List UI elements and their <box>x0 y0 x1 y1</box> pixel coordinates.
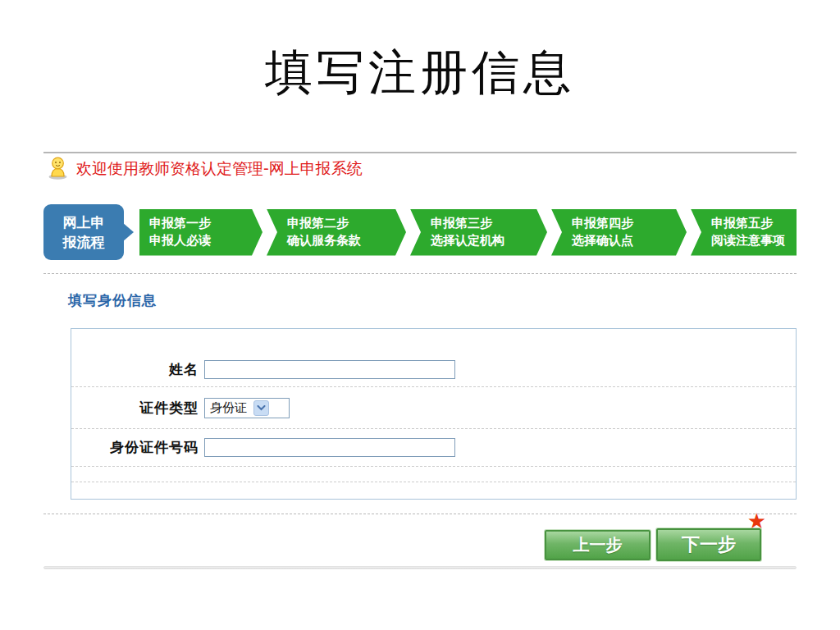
dashed-divider-bottom <box>43 514 797 514</box>
steps-intro-line2: 报流程 <box>63 232 105 252</box>
name-label: 姓名 <box>71 360 204 379</box>
required-star-icon: ★ <box>747 510 766 532</box>
id-type-row: 证件类型 身份证 <box>71 386 796 428</box>
chevron-down-icon[interactable] <box>253 400 269 416</box>
step-4-subtitle: 选择确认点 <box>572 232 687 249</box>
step-2-subtitle: 确认服务条款 <box>287 232 406 249</box>
form-spacer-row <box>71 466 796 482</box>
id-number-row: 身份证件号码 <box>71 428 796 466</box>
steps-intro-line1: 网上申 <box>63 212 105 232</box>
next-step-button[interactable]: 下一步 <box>656 528 761 561</box>
steps-intro-label: 网上申 报流程 <box>43 204 124 260</box>
dashed-divider-top <box>43 273 797 274</box>
step-1-title: 申报第一步 <box>149 215 262 232</box>
step-progress-bar: 网上申 报流程 申报第一步 申报人必读 申报第二步 确认服务条款 申报第三步 选… <box>43 204 797 260</box>
welcome-message: 欢迎使用教师资格认定管理-网上申报系统 <box>76 158 363 180</box>
previous-step-button[interactable]: 上一步 <box>545 530 651 560</box>
person-icon <box>47 156 69 183</box>
id-type-selected-value: 身份证 <box>210 400 247 416</box>
id-number-input[interactable] <box>204 438 455 457</box>
name-input[interactable] <box>204 360 455 379</box>
id-type-select[interactable]: 身份证 <box>204 398 290 418</box>
step-3-title: 申报第三步 <box>431 215 547 232</box>
step-5-title: 申报第五步 <box>711 215 797 232</box>
step-4-title: 申报第四步 <box>572 215 687 232</box>
step-1[interactable]: 申报第一步 申报人必读 <box>139 209 262 256</box>
identity-form: 姓名 证件类型 身份证 身份证件号码 <box>71 328 797 500</box>
step-2-title: 申报第二步 <box>287 215 406 232</box>
step-2[interactable]: 申报第二步 确认服务条款 <box>267 209 406 256</box>
section-heading: 填写身份信息 <box>68 291 797 310</box>
step-list: 申报第一步 申报人必读 申报第二步 确认服务条款 申报第三步 选择认定机构 申报… <box>139 209 797 256</box>
next-button-wrapper: 下一步 ★ <box>656 528 761 561</box>
name-row: 姓名 <box>71 329 796 386</box>
form-spacer-row <box>71 482 796 499</box>
action-buttons: 上一步 下一步 ★ <box>43 527 797 562</box>
id-number-label: 身份证件号码 <box>71 438 204 457</box>
step-1-subtitle: 申报人必读 <box>149 232 262 249</box>
welcome-banner: 欢迎使用教师资格认定管理-网上申报系统 <box>43 157 797 181</box>
top-divider <box>43 152 797 153</box>
step-5-subtitle: 阅读注意事项 <box>711 232 797 249</box>
bottom-divider <box>43 566 797 569</box>
step-3-subtitle: 选择认定机构 <box>431 232 547 249</box>
id-type-label: 证件类型 <box>71 399 204 418</box>
step-5[interactable]: 申报第五步 阅读注意事项 <box>691 209 797 256</box>
main-content: 欢迎使用教师资格认定管理-网上申报系统 网上申 报流程 申报第一步 申报人必读 … <box>43 0 797 569</box>
step-3[interactable]: 申报第三步 选择认定机构 <box>410 209 547 256</box>
step-4[interactable]: 申报第四步 选择确认点 <box>551 209 687 256</box>
